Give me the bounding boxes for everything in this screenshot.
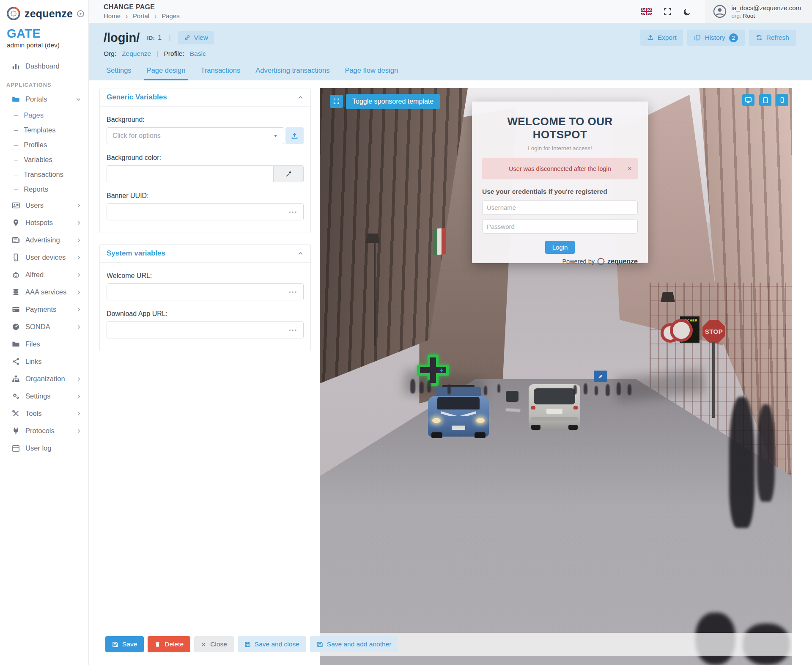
save-and-close-button[interactable]: Save and close (238, 636, 306, 652)
chevron-right-icon (76, 411, 82, 417)
chevron-right-icon (76, 237, 82, 243)
sidebar-item-reports[interactable]: –Reports (0, 182, 88, 197)
chevron-up-icon[interactable] (297, 94, 304, 101)
photo-direction-sign: ⬈ (594, 371, 607, 382)
sidebar-item-variables[interactable]: –Variables (0, 152, 88, 167)
chevron-up-icon[interactable] (297, 250, 304, 257)
profile-label: Profile: (164, 50, 184, 58)
toggle-sponsored-template-button[interactable]: Toggle sponsored template (346, 94, 440, 109)
fullscreen-icon[interactable] (664, 8, 672, 16)
calendar-icon (12, 444, 20, 452)
desktop-preview-button[interactable] (742, 94, 754, 106)
photo-pedestrian (584, 383, 587, 394)
breadcrumb-home[interactable]: Home (104, 12, 121, 19)
disconnect-alert: User was disconnected after the login × (482, 158, 638, 179)
page-header: /login/ ID: 1 | View Export History 2 Re… (89, 23, 812, 80)
export-button[interactable]: Export (640, 30, 683, 46)
robot-icon (12, 271, 20, 279)
ellipsis-icon[interactable]: ••• (289, 328, 298, 332)
delete-button[interactable]: Delete (148, 636, 190, 652)
tab-transactions[interactable]: Transactions (198, 66, 243, 80)
preview-fullscreen-button[interactable] (330, 95, 343, 108)
org-link[interactable]: Zequenze (122, 50, 151, 58)
sidebar-item-transactions[interactable]: –Transactions (0, 167, 88, 182)
history-icon (694, 34, 701, 41)
tablet-preview-button[interactable] (759, 94, 771, 106)
sidebar-item-protocols[interactable]: Protocols (0, 422, 88, 440)
tab-page-design[interactable]: Page design (144, 66, 188, 80)
wrench-icon (12, 409, 20, 418)
trash-icon (154, 641, 161, 648)
eyedropper-button[interactable] (273, 165, 304, 182)
panel-title: System variables (107, 249, 165, 258)
banner-uuid-input[interactable]: ••• (107, 203, 304, 220)
alert-close-icon[interactable]: × (628, 165, 632, 173)
chevron-right-icon (76, 393, 82, 399)
sidebar-item-settings[interactable]: Settings (0, 387, 88, 405)
bar-chart-icon (12, 62, 20, 70)
sidebar-collapse-toggle[interactable] (77, 10, 85, 18)
view-button[interactable]: View (178, 31, 214, 44)
phone-preview-button[interactable] (776, 94, 788, 106)
uk-flag-icon[interactable] (641, 8, 652, 15)
save-and-add-another-button[interactable]: Save and add another (310, 636, 398, 652)
save-icon (244, 641, 251, 648)
tab-settings[interactable]: Settings (104, 66, 134, 80)
breadcrumb-portal[interactable]: Portal (133, 12, 149, 19)
background-color-input[interactable] (107, 165, 273, 182)
sidebar-item-sonda[interactable]: SONDA (0, 318, 88, 335)
zequenze-logo-icon (6, 6, 21, 21)
refresh-button[interactable]: Refresh (749, 30, 796, 46)
username-input[interactable] (482, 201, 638, 214)
sidebar-item-templates[interactable]: –Templates (0, 123, 88, 137)
moon-icon[interactable] (683, 8, 691, 16)
photo-pedestrian (606, 384, 610, 396)
download-app-url-label: Download App URL: (107, 310, 304, 318)
id-value: 1 (158, 34, 162, 41)
sidebar-item-hotspots[interactable]: Hotspots (0, 214, 88, 231)
plug-icon (12, 427, 20, 435)
tab-page-flow-design[interactable]: Page flow design (342, 66, 401, 80)
save-button[interactable]: Save (105, 636, 144, 652)
background-upload-button[interactable] (285, 127, 304, 144)
sidebar-item-advertising[interactable]: Advertising (0, 231, 88, 249)
hotspot-subtitle: Login for Internet access! (482, 145, 638, 151)
sidebar-item-payments[interactable]: Payments (0, 301, 88, 318)
tab-bar: Settings Page design Transactions Advert… (104, 66, 401, 80)
sidebar-item-user-log[interactable]: User log (0, 440, 88, 457)
welcome-url-input[interactable]: ••• (107, 283, 304, 300)
password-input[interactable] (482, 220, 638, 234)
share-nodes-icon (12, 357, 20, 365)
background-select[interactable]: Click for options (107, 127, 284, 144)
page-label: CHANGE PAGE (104, 3, 180, 11)
ellipsis-icon[interactable]: ••• (289, 210, 298, 214)
history-button[interactable]: History 2 (687, 30, 744, 46)
download-app-url-input[interactable]: ••• (107, 322, 304, 338)
user-menu[interactable]: ia_docs@zequenze.com org: Root (705, 0, 812, 23)
sidebar-item-portals[interactable]: Portals (0, 91, 88, 108)
login-button[interactable]: Login (545, 241, 575, 254)
sidebar-item-profiles[interactable]: –Profiles (0, 137, 88, 152)
zequenze-logo-icon (597, 258, 605, 265)
breadcrumb-sep: › (126, 12, 128, 19)
user-org: org: Root (732, 13, 801, 19)
sidebar-item-organization[interactable]: Organization (0, 370, 88, 387)
refresh-icon (756, 34, 763, 41)
close-button[interactable]: Close (194, 636, 234, 652)
sidebar-item-user-devices[interactable]: User devices (0, 249, 88, 266)
sidebar-item-alfred[interactable]: Alfred (0, 266, 88, 283)
chevron-right-icon (76, 376, 82, 382)
ellipsis-icon[interactable]: ••• (289, 290, 298, 294)
database-icon (12, 288, 20, 296)
sidebar-item-files[interactable]: Files (0, 335, 88, 353)
sidebar-item-tools[interactable]: Tools (0, 405, 88, 422)
photo-pedestrian (410, 379, 415, 393)
tab-advertising-transactions[interactable]: Advertising transactions (253, 66, 332, 80)
sidebar-item-users[interactable]: Users (0, 197, 88, 214)
sidebar-item-dashboard[interactable]: Dashboard (0, 58, 88, 75)
sidebar-item-pages[interactable]: –Pages (0, 108, 88, 123)
sidebar-item-aaa-services[interactable]: AAA services (0, 283, 88, 301)
profile-link[interactable]: Basic (190, 50, 206, 58)
mobile-icon (12, 253, 20, 261)
sidebar-item-links[interactable]: Links (0, 353, 88, 370)
